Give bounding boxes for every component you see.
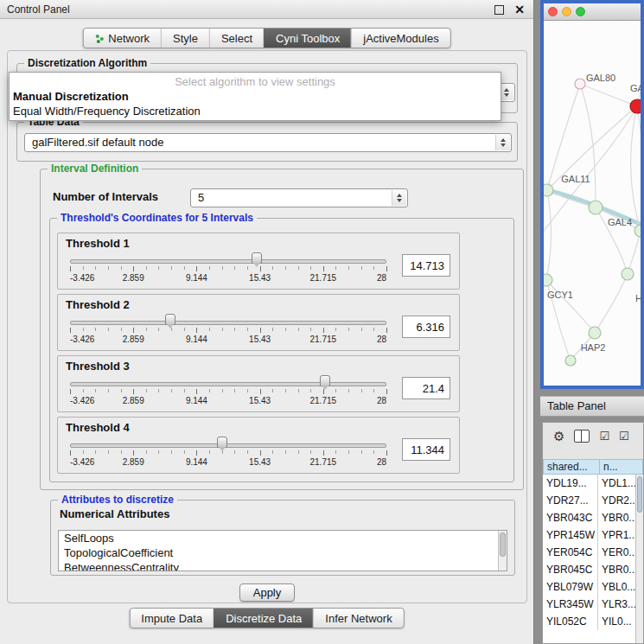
table-data-combo[interactable]: galFiltered.sif default node [24, 133, 512, 152]
list-item[interactable]: BetweennessCentrality [59, 560, 507, 571]
threshold-label: Threshold 3 [66, 360, 130, 373]
dropdown-placeholder: Select algorithm to view settings [10, 74, 501, 89]
tick-label: 15.43 [249, 335, 271, 344]
tab-jactivemodules[interactable]: jActiveModules [351, 29, 450, 48]
table-row[interactable]: YBR045CYBR0... [543, 561, 643, 578]
list-item[interactable]: TopologicalCoefficient [59, 545, 507, 560]
network-edge[interactable] [546, 190, 552, 280]
tick-mark [196, 389, 197, 394]
list-scrollbar-thumb[interactable] [500, 532, 506, 557]
threshold-slider[interactable]: -3.4262.8599.14415.4321.71528 [67, 312, 390, 348]
tab-discretize-data[interactable]: Discretize Data [214, 609, 313, 628]
edit-checkbox-icon[interactable]: ☑ [619, 430, 629, 442]
interval-definition-group-title: Interval Definition [48, 163, 142, 175]
close-icon[interactable]: ✕ [514, 0, 525, 19]
slider-thumb[interactable] [320, 375, 330, 386]
table-row[interactable]: YDR27...YDR2... [543, 492, 643, 509]
network-edge[interactable] [637, 106, 641, 231]
tick-label: -3.426 [70, 396, 94, 405]
tab-select[interactable]: Select [209, 29, 264, 48]
node-label: GA [630, 83, 641, 93]
dropdown-option-equal-width-frequency[interactable]: Equal Width/Frequency Discretization [10, 104, 501, 118]
network-node-normal[interactable] [544, 274, 552, 286]
network-node-selected[interactable] [630, 99, 641, 113]
network-edge[interactable] [628, 231, 641, 274]
apply-button[interactable]: Apply [239, 583, 295, 602]
table-data-group: Table Data galFiltered.sif default node [16, 122, 518, 162]
network-node-normal[interactable] [622, 268, 634, 280]
network-canvas[interactable]: GAL80GAGAL11GAL4GCY1HHAP2 [544, 21, 641, 386]
network-node-normal[interactable] [589, 201, 603, 214]
minimize-traffic-light-icon[interactable] [562, 7, 571, 16]
column-header-shared-name[interactable]: shared... [543, 459, 600, 475]
tab-network[interactable]: Network [83, 29, 161, 48]
threshold-slider[interactable]: -3.4262.8599.14415.4321.71528 [67, 251, 390, 287]
tick-mark [133, 450, 134, 456]
interval-definition-group: Interval Definition Number of Intervals … [40, 169, 524, 490]
numerical-attributes-label: Numerical Attributes [60, 507, 169, 520]
tab-label: jActiveModules [363, 32, 438, 45]
tick-mark [70, 328, 71, 333]
network-node-plain[interactable] [575, 79, 585, 89]
tab-label: Network [108, 32, 150, 45]
tick-label: 28 [377, 457, 386, 467]
node-label: H [635, 293, 641, 303]
table-row[interactable]: YBL079WYBL0... [543, 578, 643, 596]
column-header-name[interactable]: n... [600, 459, 643, 475]
slider-thumb[interactable] [217, 437, 227, 448]
network-edge[interactable] [595, 274, 628, 333]
tick-mark [133, 389, 134, 394]
threshold-value-input[interactable]: 21.4 [402, 377, 450, 399]
tab-impute-data[interactable]: Impute Data [130, 609, 214, 628]
network-node-normal[interactable] [544, 184, 553, 196]
table-cell: YBR045C [543, 561, 598, 578]
slider-thumb[interactable] [165, 314, 175, 325]
table-row[interactable]: YDL19...YDL1... [543, 475, 643, 492]
columns-icon[interactable] [574, 430, 590, 443]
slider-thumb[interactable] [252, 252, 262, 264]
tick-mark [386, 389, 387, 394]
threshold-panel-2: Threshold 2-3.4262.8599.14415.4321.71528… [57, 294, 460, 351]
dropdown-option-manual-discretization[interactable]: Manual Discretization [10, 89, 501, 104]
tick-label: 9.144 [186, 396, 207, 405]
tab-infer-network[interactable]: Infer Network [313, 609, 403, 628]
list-scrollbar[interactable] [498, 531, 507, 571]
tick-mark [196, 266, 197, 271]
table-cell: YBR043C [543, 509, 598, 526]
float-window-icon[interactable] [494, 5, 504, 15]
network-node-normal[interactable] [565, 355, 576, 366]
tick-label: 2.859 [123, 335, 144, 344]
tick-label: 9.144 [186, 273, 207, 283]
threshold-slider[interactable]: -3.4262.8599.14415.4321.71528 [67, 373, 390, 410]
zoom-traffic-light-icon[interactable] [576, 7, 585, 16]
close-traffic-light-icon[interactable] [548, 7, 558, 16]
table-row[interactable]: YER054CYER0... [543, 544, 643, 561]
bottom-tab-strip: Impute DataDiscretize DataInfer Network [129, 608, 404, 628]
tab-style[interactable]: Style [161, 29, 209, 48]
table-row[interactable]: YBR043CYBR0... [543, 509, 643, 526]
threshold-slider[interactable]: -3.4262.8599.14415.4321.71528 [67, 435, 390, 471]
network-edge[interactable] [580, 84, 637, 106]
thresholds-group: Threshold's Coordinates for 5 Intervals … [49, 218, 514, 482]
threshold-value-input[interactable]: 11.344 [402, 438, 450, 461]
gear-icon[interactable]: ⚙ [553, 430, 564, 443]
network-edge[interactable] [631, 74, 641, 231]
threshold-value-input[interactable]: 14.713 [402, 254, 450, 277]
table-row[interactable]: YLR345WYLR3... [543, 596, 643, 613]
table-cell: YDL19... [543, 475, 598, 492]
table-scrollbar-thumb[interactable] [637, 476, 642, 513]
table-row[interactable]: YPR145WYPR1... [543, 526, 643, 544]
network-node-normal[interactable] [589, 327, 601, 339]
select-checkbox-icon[interactable]: ☑ [599, 430, 609, 442]
number-of-intervals-combo[interactable]: 5 [190, 188, 408, 207]
table-scrollbar[interactable] [635, 475, 643, 643]
control-panel: Control Panel ✕ NetworkStyleSelectCyni T… [0, 0, 534, 644]
numerical-attributes-list[interactable]: SelfLoopsTopologicalCoefficientBetweenne… [58, 530, 507, 571]
tab-cyni-toolbox[interactable]: Cyni Toolbox [264, 29, 351, 48]
table-data-combo-value: galFiltered.sif default node [32, 136, 163, 149]
list-item[interactable]: SelfLoops [59, 531, 507, 545]
table-row[interactable]: YIL052CYIL0... [543, 613, 643, 630]
network-node-normal[interactable] [634, 225, 641, 237]
threshold-value-input[interactable]: 6.316 [402, 316, 450, 338]
network-edge[interactable] [580, 84, 596, 207]
